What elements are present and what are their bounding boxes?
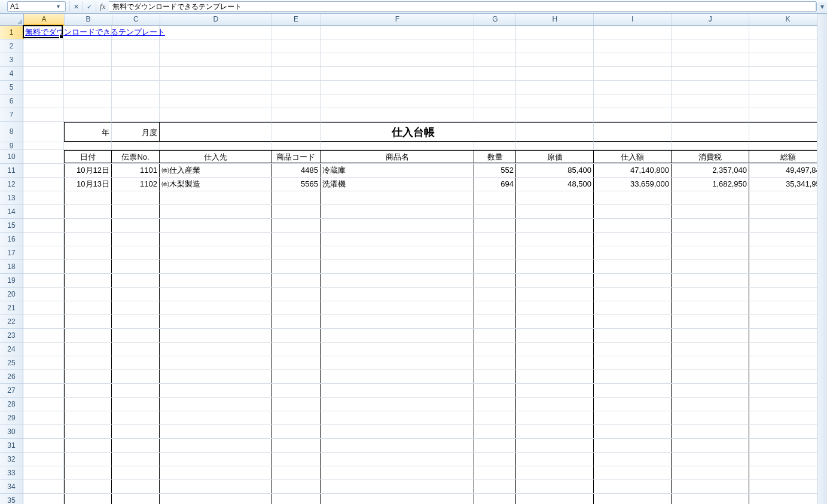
cell[interactable] bbox=[594, 81, 672, 94]
cell[interactable] bbox=[321, 53, 474, 66]
cell[interactable] bbox=[321, 384, 474, 397]
cell[interactable] bbox=[321, 260, 474, 273]
cell[interactable] bbox=[594, 233, 672, 246]
cell[interactable] bbox=[112, 439, 160, 452]
cell[interactable] bbox=[474, 260, 516, 273]
cell[interactable] bbox=[594, 301, 672, 314]
cell[interactable] bbox=[160, 466, 271, 479]
cell-purchaseamt[interactable]: 33,659,000 bbox=[594, 178, 672, 191]
cell[interactable] bbox=[64, 356, 112, 369]
cell[interactable] bbox=[160, 370, 271, 383]
cell[interactable] bbox=[474, 453, 516, 466]
cell[interactable] bbox=[112, 480, 160, 493]
row-header[interactable]: 2 bbox=[0, 39, 23, 53]
cell[interactable] bbox=[594, 384, 672, 397]
name-box[interactable]: A1 ▼ bbox=[7, 1, 66, 12]
cell[interactable] bbox=[474, 26, 516, 39]
cell[interactable] bbox=[64, 219, 112, 232]
cell[interactable] bbox=[672, 246, 749, 259]
row-header[interactable]: 15 bbox=[0, 219, 23, 233]
cell[interactable] bbox=[160, 260, 271, 273]
cell[interactable] bbox=[321, 191, 474, 204]
cell-supplier[interactable]: ㈱仕入産業 bbox=[160, 164, 271, 177]
cell[interactable] bbox=[516, 53, 594, 66]
cell[interactable] bbox=[23, 260, 64, 273]
cell[interactable] bbox=[160, 398, 271, 411]
formula-input[interactable]: 無料でダウンロードできるテンプレート bbox=[109, 1, 816, 12]
cell[interactable] bbox=[594, 274, 672, 287]
cell[interactable] bbox=[23, 150, 64, 163]
cell[interactable] bbox=[516, 205, 594, 218]
cell[interactable] bbox=[672, 94, 749, 108]
cell[interactable] bbox=[672, 329, 749, 342]
cell-date[interactable]: 10月13日 bbox=[64, 178, 112, 191]
cell[interactable] bbox=[749, 26, 827, 39]
cell[interactable] bbox=[749, 246, 827, 259]
cell[interactable] bbox=[749, 53, 827, 66]
cell[interactable] bbox=[594, 205, 672, 218]
cell[interactable] bbox=[23, 178, 64, 191]
cell[interactable] bbox=[23, 164, 64, 177]
cell[interactable] bbox=[160, 246, 271, 259]
cell[interactable] bbox=[271, 370, 321, 383]
cell[interactable] bbox=[64, 191, 112, 204]
cell[interactable] bbox=[23, 356, 64, 369]
cell[interactable] bbox=[594, 142, 672, 149]
cell[interactable] bbox=[594, 315, 672, 328]
cell[interactable] bbox=[516, 94, 594, 108]
cell[interactable] bbox=[672, 411, 749, 424]
cell[interactable] bbox=[749, 453, 827, 466]
cell[interactable] bbox=[594, 53, 672, 66]
cell-supplier[interactable]: ㈱木梨製造 bbox=[160, 178, 271, 191]
cell[interactable] bbox=[112, 274, 160, 287]
cell[interactable] bbox=[64, 108, 112, 121]
cell[interactable] bbox=[516, 453, 594, 466]
cell[interactable] bbox=[672, 494, 749, 504]
enter-formula-button[interactable]: ✓ bbox=[83, 1, 96, 12]
cell[interactable] bbox=[594, 343, 672, 356]
cell[interactable] bbox=[516, 301, 594, 314]
cell[interactable] bbox=[672, 274, 749, 287]
cell[interactable] bbox=[321, 246, 474, 259]
cell[interactable] bbox=[321, 315, 474, 328]
cell[interactable] bbox=[271, 274, 321, 287]
cell[interactable] bbox=[672, 260, 749, 273]
cell[interactable] bbox=[749, 425, 827, 438]
cell[interactable] bbox=[749, 301, 827, 314]
col-header-D[interactable]: D bbox=[160, 14, 272, 25]
cell[interactable] bbox=[321, 453, 474, 466]
cell[interactable] bbox=[474, 370, 516, 383]
cell[interactable] bbox=[64, 288, 112, 301]
cell[interactable] bbox=[23, 108, 64, 121]
cell[interactable] bbox=[160, 39, 271, 53]
row-header[interactable]: 24 bbox=[0, 343, 23, 356]
row-header[interactable]: 3 bbox=[0, 53, 23, 67]
row-header[interactable]: 30 bbox=[0, 425, 23, 439]
cell[interactable] bbox=[749, 191, 827, 204]
cell[interactable] bbox=[64, 246, 112, 259]
cell[interactable] bbox=[112, 142, 160, 149]
cell[interactable] bbox=[112, 411, 160, 424]
cell[interactable] bbox=[160, 81, 271, 94]
cell[interactable] bbox=[23, 466, 64, 479]
cell[interactable] bbox=[23, 39, 64, 53]
row-header[interactable]: 8 bbox=[0, 122, 23, 142]
cell[interactable] bbox=[749, 384, 827, 397]
cell[interactable] bbox=[112, 108, 160, 121]
cell-cost[interactable]: 48,500 bbox=[516, 178, 594, 191]
row-header[interactable]: 26 bbox=[0, 370, 23, 384]
cell[interactable] bbox=[64, 398, 112, 411]
cell-total[interactable]: 49,497,840 bbox=[749, 164, 827, 177]
cell[interactable] bbox=[672, 480, 749, 493]
cell[interactable] bbox=[271, 301, 321, 314]
cell[interactable] bbox=[271, 315, 321, 328]
cell[interactable] bbox=[271, 356, 321, 369]
cell[interactable] bbox=[516, 219, 594, 232]
cell[interactable] bbox=[160, 142, 271, 149]
cell[interactable] bbox=[749, 205, 827, 218]
cell[interactable] bbox=[271, 39, 321, 53]
cell-total[interactable]: 35,341,950 bbox=[749, 178, 827, 191]
cell[interactable] bbox=[321, 67, 474, 80]
row-header[interactable]: 16 bbox=[0, 233, 23, 246]
cell[interactable] bbox=[516, 260, 594, 273]
